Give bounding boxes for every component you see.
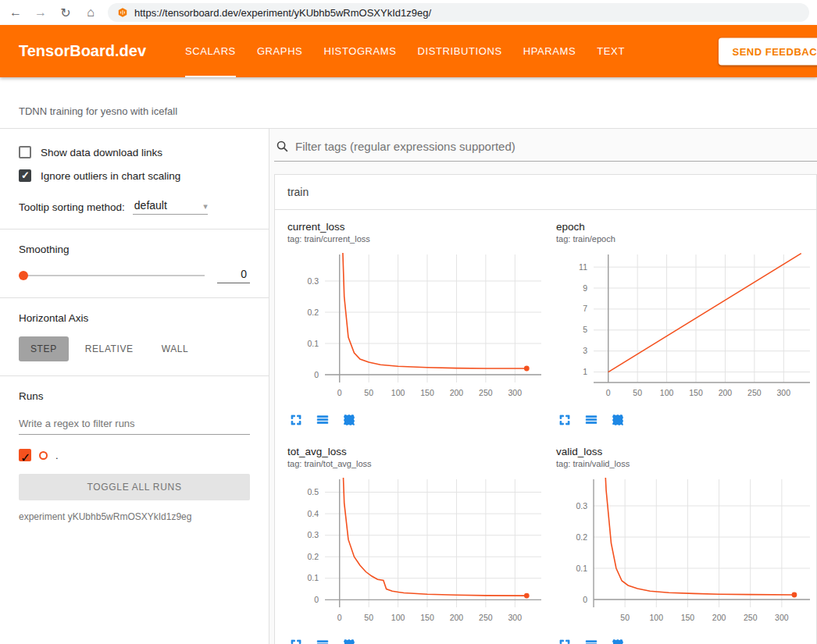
- axis-wall-button[interactable]: WALL: [150, 336, 201, 361]
- line-chart[interactable]: 05010015020025030000.10.20.3: [287, 248, 545, 408]
- chevron-down-icon: ▾: [203, 201, 208, 212]
- tab-histograms[interactable]: HISTOGRAMS: [323, 25, 396, 77]
- svg-text:300: 300: [508, 388, 523, 397]
- axis-step-button[interactable]: STEP: [19, 336, 69, 361]
- tag-filter-input[interactable]: [295, 140, 817, 153]
- svg-text:200: 200: [719, 388, 733, 397]
- chart-card-valid-loss: valid_loss tag: train/valid_loss 5010015…: [556, 446, 814, 644]
- svg-text:0: 0: [337, 613, 342, 622]
- main-area: train current_loss tag: train/current_lo…: [269, 129, 817, 644]
- chart-tag: tag: train/epoch: [556, 234, 814, 244]
- tab-scalars[interactable]: SCALARS: [185, 25, 236, 77]
- forward-icon[interactable]: →: [33, 5, 48, 20]
- horizontal-axis-label: Horizontal Axis: [19, 312, 250, 324]
- run-color-icon: [39, 451, 48, 460]
- expand-chart-icon[interactable]: [289, 638, 303, 644]
- chart-card-epoch: epoch tag: train/epoch 05010015020025030…: [556, 221, 814, 432]
- svg-text:11: 11: [579, 262, 587, 272]
- data-table-icon[interactable]: [584, 638, 598, 644]
- chart-toolbar: [287, 633, 545, 644]
- svg-text:5: 5: [583, 325, 587, 334]
- chart-toolbar: [556, 633, 814, 644]
- section-header-train[interactable]: train: [275, 175, 816, 210]
- svg-text:0.1: 0.1: [576, 564, 587, 573]
- ignore-outliers-checkbox-row[interactable]: ✓ Ignore outliers in chart scaling: [19, 169, 250, 182]
- svg-text:1: 1: [583, 367, 587, 376]
- show-download-links-label: Show data download links: [41, 147, 162, 158]
- slider-thumb[interactable]: [19, 271, 28, 280]
- expand-chart-icon[interactable]: [289, 413, 303, 427]
- chart-tag: tag: train/current_loss: [287, 234, 545, 244]
- svg-text:300: 300: [777, 388, 791, 397]
- line-chart[interactable]: 05010015020025030000.10.20.30.40.5: [287, 473, 545, 633]
- svg-text:150: 150: [681, 613, 695, 622]
- chart-title: tot_avg_loss: [287, 446, 545, 457]
- svg-text:100: 100: [650, 613, 664, 622]
- fit-domain-icon[interactable]: [342, 638, 356, 644]
- run-checkbox-icon[interactable]: ✓: [19, 449, 31, 461]
- run-name: .: [55, 450, 59, 461]
- tab-distributions[interactable]: DISTRIBUTIONS: [418, 25, 502, 77]
- expand-chart-icon[interactable]: [558, 638, 572, 644]
- smoothing-value[interactable]: 0: [217, 268, 250, 283]
- site-favicon-icon: [117, 7, 128, 18]
- tab-graphs[interactable]: GRAPHS: [257, 25, 303, 77]
- checkbox-unchecked-icon[interactable]: [19, 146, 31, 158]
- runs-filter-input[interactable]: [19, 415, 250, 435]
- check-icon: ✓: [21, 169, 30, 181]
- chart-title: current_loss: [287, 221, 545, 233]
- chart-toolbar: [287, 408, 545, 432]
- experiment-title: TDNN training for yesno with icefall: [19, 105, 798, 117]
- train-section-card: train current_loss tag: train/current_lo…: [274, 174, 817, 644]
- tooltip-sorting-value: default: [134, 199, 167, 212]
- svg-text:0.3: 0.3: [307, 276, 319, 286]
- tooltip-sorting-dropdown[interactable]: default ▾: [133, 199, 208, 215]
- back-icon[interactable]: ←: [8, 5, 23, 20]
- nav-tabs: SCALARS GRAPHS HISTOGRAMS DISTRIBUTIONS …: [185, 25, 646, 77]
- data-table-icon[interactable]: [316, 413, 330, 427]
- fit-domain-icon[interactable]: [342, 413, 356, 427]
- settings-sidebar: Show data download links ✓ Ignore outlie…: [0, 129, 269, 644]
- data-table-icon[interactable]: [316, 638, 330, 644]
- svg-text:0.1: 0.1: [307, 339, 319, 348]
- run-list-item[interactable]: ✓ .: [19, 449, 250, 461]
- home-icon[interactable]: ⌂: [83, 5, 98, 20]
- svg-text:0: 0: [314, 370, 319, 379]
- fit-domain-icon[interactable]: [611, 413, 625, 427]
- svg-text:50: 50: [364, 388, 373, 397]
- chart-card-tot-avg-loss: tot_avg_loss tag: train/tot_avg_loss 050…: [287, 446, 545, 644]
- svg-text:0: 0: [606, 388, 611, 397]
- svg-text:0.5: 0.5: [307, 487, 319, 496]
- axis-relative-button[interactable]: RELATIVE: [73, 336, 145, 361]
- tab-hparams[interactable]: HPARAMS: [523, 25, 576, 77]
- expand-chart-icon[interactable]: [558, 413, 572, 427]
- address-bar[interactable]: https://tensorboard.dev/experiment/yKUbh…: [108, 3, 809, 22]
- refresh-icon[interactable]: ↻: [58, 5, 73, 20]
- check-icon: ✓: [20, 451, 30, 464]
- chart-tag: tag: train/tot_avg_loss: [287, 459, 545, 468]
- svg-text:0: 0: [314, 595, 319, 604]
- svg-text:150: 150: [420, 388, 434, 397]
- charts-grid: current_loss tag: train/current_loss 050…: [275, 210, 816, 644]
- runs-label: Runs: [19, 390, 250, 402]
- svg-text:50: 50: [633, 388, 642, 397]
- svg-text:0.1: 0.1: [307, 573, 319, 582]
- checkbox-checked-icon[interactable]: ✓: [19, 169, 31, 182]
- brand-title: TensorBoard.dev: [19, 42, 146, 60]
- data-table-icon[interactable]: [584, 413, 598, 427]
- fit-domain-icon[interactable]: [611, 638, 625, 644]
- divider: [0, 229, 269, 229]
- chart-title: epoch: [556, 221, 814, 233]
- app-header: TensorBoard.dev SCALARS GRAPHS HISTOGRAM…: [0, 25, 817, 77]
- line-chart[interactable]: 0501001502002503001357911: [556, 248, 814, 408]
- send-feedback-button[interactable]: SEND FEEDBACK: [719, 37, 817, 65]
- tag-filter-row: [274, 129, 817, 162]
- url-text: https://tensorboard.dev/experiment/yKUbh…: [134, 7, 431, 19]
- smoothing-slider[interactable]: [19, 275, 205, 276]
- svg-text:150: 150: [420, 613, 434, 622]
- tab-text[interactable]: TEXT: [597, 25, 625, 77]
- content: Show data download links ✓ Ignore outlie…: [0, 129, 817, 644]
- line-chart[interactable]: 5010015020025030000.10.20.3: [556, 473, 814, 633]
- show-download-links-checkbox-row[interactable]: Show data download links: [19, 146, 250, 158]
- toggle-all-runs-button[interactable]: TOGGLE ALL RUNS: [19, 474, 250, 500]
